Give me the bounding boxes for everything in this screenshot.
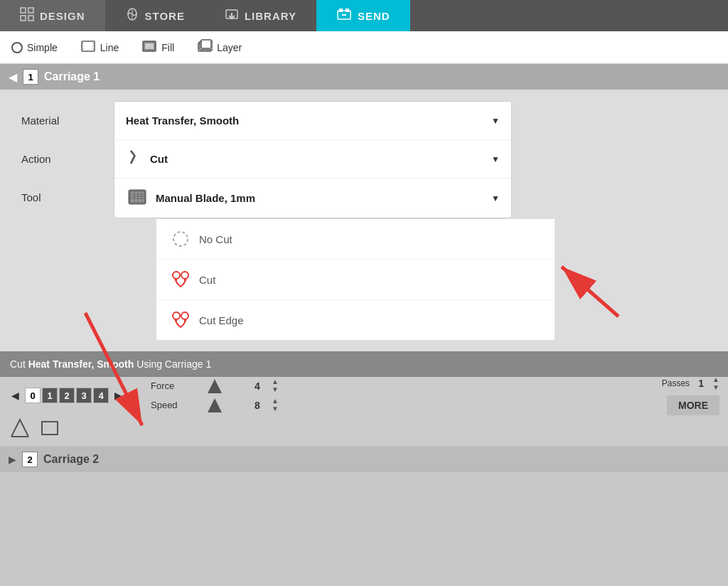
nav-store[interactable]: STORE — [105, 0, 205, 31]
nav-store-label: STORE — [145, 10, 185, 22]
carriage1-number: 1 — [23, 69, 38, 85]
svg-rect-8 — [346, 9, 349, 12]
speed-row: Speed 8 ▲ ▼ — [151, 398, 279, 412]
step-3[interactable]: 3 — [76, 388, 92, 403]
step-next-btn[interactable]: ▶ — [112, 388, 125, 403]
step-2[interactable]: 2 — [59, 388, 75, 403]
store-icon — [125, 7, 139, 25]
carriage2-title: Carriage 2 — [43, 453, 99, 466]
force-up-arrow[interactable]: ▲ — [272, 378, 279, 385]
mode-layer[interactable]: Layer — [197, 38, 242, 56]
tool-value: Manual Blade, 1mm — [156, 192, 255, 204]
svg-point-27 — [181, 272, 188, 279]
step-prev-btn[interactable]: ◀ — [9, 388, 22, 403]
option-cutedge-label: Cut Edge — [199, 314, 244, 326]
svg-point-30 — [173, 312, 180, 319]
force-value: 4 — [250, 380, 264, 392]
mode-bar: Simple Line Fill Layer — [0, 31, 728, 64]
controls-row2 — [0, 414, 728, 445]
action-dropdown-arrow[interactable]: ▼ — [491, 154, 500, 164]
step-4[interactable]: 4 — [93, 388, 109, 403]
force-speed-block: Force 4 ▲ ▼ Speed 8 ▲ ▼ — [151, 378, 279, 412]
material-dropdown-arrow[interactable]: ▼ — [491, 116, 500, 126]
fill-label: Fill — [161, 42, 174, 53]
svg-rect-3 — [28, 16, 33, 21]
svg-rect-16 — [201, 40, 211, 48]
passes-label: Passes — [662, 378, 690, 388]
material-value: Heat Transfer, Smooth — [126, 114, 239, 127]
passes-up-arrow[interactable]: ▲ — [712, 376, 719, 383]
settings-box: Heat Transfer, Smooth ▼ Cut ▼ — [114, 101, 512, 218]
nav-design-label: DESIGN — [40, 10, 85, 22]
nav-send[interactable]: SEND — [316, 0, 410, 31]
fill-icon — [141, 38, 157, 56]
step-0[interactable]: 0 — [25, 388, 41, 403]
tool-row[interactable]: Manual Blade, 1mm ▼ — [114, 179, 511, 218]
speed-value: 8 — [250, 400, 264, 411]
status-bold: Heat Transfer, Smooth — [28, 358, 134, 370]
svg-rect-11 — [83, 41, 93, 51]
tool-value-container: Manual Blade, 1mm — [126, 187, 491, 209]
speed-slider[interactable] — [186, 398, 243, 412]
speed-down-arrow[interactable]: ▼ — [272, 405, 279, 412]
svg-point-26 — [173, 272, 180, 279]
action-row[interactable]: Cut ▼ — [114, 140, 511, 179]
mode-fill[interactable]: Fill — [141, 38, 174, 56]
force-arrows[interactable]: ▲ ▼ — [272, 378, 279, 393]
material-row[interactable]: Heat Transfer, Smooth ▼ — [114, 102, 511, 140]
nav-library[interactable]: LIBRARY — [205, 0, 316, 31]
tool-dropdown-arrow[interactable]: ▼ — [491, 193, 500, 203]
carriage2-expand-arrow[interactable]: ▶ — [9, 454, 16, 465]
nav-design[interactable]: DESIGN — [0, 0, 105, 31]
main-panel: Material Action Tool Heat Transfer, Smoo… — [0, 90, 728, 351]
mode-line[interactable]: Line — [80, 38, 119, 56]
line-icon — [80, 38, 96, 56]
step-1[interactable]: 1 — [42, 388, 58, 403]
svg-rect-10 — [82, 41, 95, 51]
carriage1-collapse-arrow[interactable]: ◀ — [9, 70, 17, 84]
speed-up-arrow[interactable]: ▲ — [272, 398, 279, 405]
more-button[interactable]: MORE — [667, 395, 719, 415]
passes-row: Passes 1 ▲ ▼ — [662, 376, 719, 391]
cutedge-icon-container — [171, 310, 191, 330]
simple-radio[interactable] — [11, 42, 23, 53]
passes-down-arrow[interactable]: ▼ — [712, 384, 719, 391]
top-nav: DESIGN STORE LIBRARY — [0, 0, 728, 31]
controls-row: ◀ 0 1 2 3 4 ▶ Force 4 ▲ ▼ Speed — [0, 377, 728, 414]
action-label: Action — [21, 153, 51, 165]
option-nocut[interactable]: No Cut — [156, 219, 555, 260]
status-bar: Cut Heat Transfer, Smooth Using Carriage… — [0, 351, 728, 377]
step-selector: ◀ 0 1 2 3 4 ▶ — [9, 388, 125, 403]
force-row: Force 4 ▲ ▼ — [151, 378, 279, 393]
status-prefix: Cut — [10, 358, 28, 370]
design-icon — [20, 7, 34, 25]
shape-icons — [9, 417, 60, 442]
svg-rect-35 — [42, 422, 58, 435]
force-slider[interactable] — [186, 379, 243, 393]
speed-triangle[interactable] — [208, 398, 222, 412]
steps-container: 0 1 2 3 4 — [25, 388, 109, 403]
svg-rect-2 — [21, 16, 26, 21]
svg-rect-13 — [145, 43, 154, 49]
passes-arrows[interactable]: ▲ ▼ — [712, 376, 719, 391]
material-value-container: Heat Transfer, Smooth — [126, 114, 491, 127]
passes-block: Passes 1 ▲ ▼ MORE — [662, 376, 719, 415]
carriage1-header: ◀ 1 Carriage 1 — [0, 64, 728, 90]
force-down-arrow[interactable]: ▼ — [272, 386, 279, 393]
rectangle-icon[interactable] — [40, 418, 60, 441]
cut-action-icon — [126, 149, 143, 169]
option-cutedge[interactable]: Cut Edge — [156, 300, 555, 340]
speed-arrows[interactable]: ▲ ▼ — [272, 398, 279, 412]
triangle-icon[interactable] — [9, 417, 31, 442]
status-suffix: Using Carriage 1 — [134, 358, 211, 370]
svg-rect-1 — [28, 8, 33, 13]
carriage1-title: Carriage 1 — [44, 70, 100, 83]
passes-value: 1 — [694, 378, 708, 389]
force-triangle[interactable] — [208, 379, 222, 393]
option-cut[interactable]: Cut — [156, 260, 555, 300]
nocut-icon-container — [171, 229, 191, 249]
speed-label: Speed — [151, 400, 179, 410]
layer-label: Layer — [217, 42, 242, 53]
svg-rect-0 — [21, 8, 26, 13]
mode-simple[interactable]: Simple — [11, 42, 58, 53]
